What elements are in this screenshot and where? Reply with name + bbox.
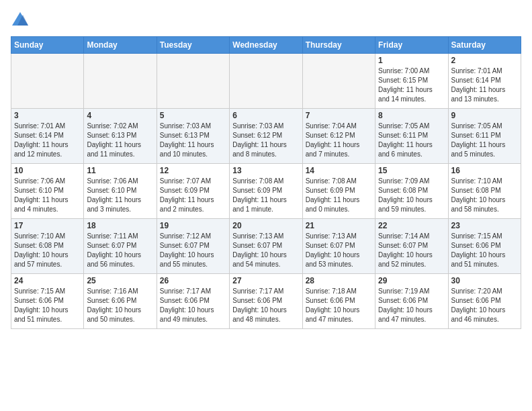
calendar-cell: 4Sunrise: 7:02 AM Sunset: 6:13 PM Daylig… [84,109,157,164]
day-number: 20 [232,221,299,230]
day-number: 17 [14,221,81,230]
day-info: Sunrise: 7:15 AM Sunset: 6:06 PM Dayligh… [451,232,518,269]
day-number: 23 [451,221,518,230]
day-info: Sunrise: 7:14 AM Sunset: 6:07 PM Dayligh… [378,232,445,269]
calendar-week-row: 1Sunrise: 7:00 AM Sunset: 6:15 PM Daylig… [11,54,521,109]
calendar-cell [11,54,84,109]
day-info: Sunrise: 7:17 AM Sunset: 6:06 PM Dayligh… [160,287,226,324]
day-info: Sunrise: 7:17 AM Sunset: 6:06 PM Dayligh… [232,287,299,324]
page: SundayMondayTuesdayWednesdayThursdayFrid… [0,0,532,336]
day-info: Sunrise: 7:04 AM Sunset: 6:12 PM Dayligh… [306,122,372,159]
weekday-header: Monday [84,37,157,54]
day-number: 8 [378,111,445,120]
calendar-cell: 12Sunrise: 7:07 AM Sunset: 6:09 PM Dayli… [157,164,229,219]
calendar-cell: 29Sunrise: 7:19 AM Sunset: 6:06 PM Dayli… [375,274,448,329]
calendar-cell: 21Sunrise: 7:13 AM Sunset: 6:07 PM Dayli… [302,219,375,274]
calendar-cell: 11Sunrise: 7:06 AM Sunset: 6:10 PM Dayli… [84,164,157,219]
day-number: 6 [232,111,299,120]
day-info: Sunrise: 7:00 AM Sunset: 6:15 PM Dayligh… [378,66,445,104]
calendar-cell: 6Sunrise: 7:03 AM Sunset: 6:12 PM Daylig… [230,109,302,164]
day-number: 29 [378,276,445,285]
calendar-cell: 14Sunrise: 7:08 AM Sunset: 6:09 PM Dayli… [302,164,375,219]
weekday-header: Thursday [302,37,375,54]
calendar-cell: 5Sunrise: 7:03 AM Sunset: 6:13 PM Daylig… [157,109,229,164]
calendar-cell: 8Sunrise: 7:05 AM Sunset: 6:11 PM Daylig… [375,109,448,164]
calendar-week-row: 17Sunrise: 7:10 AM Sunset: 6:08 PM Dayli… [11,219,521,274]
day-number: 1 [378,56,445,65]
day-number: 26 [160,276,226,285]
calendar-cell [302,54,375,109]
calendar-cell: 1Sunrise: 7:00 AM Sunset: 6:15 PM Daylig… [375,54,448,109]
calendar-cell [157,54,229,109]
weekday-header: Tuesday [157,37,229,54]
day-info: Sunrise: 7:06 AM Sunset: 6:10 PM Dayligh… [14,177,81,214]
day-info: Sunrise: 7:08 AM Sunset: 6:09 PM Dayligh… [232,177,299,214]
day-number: 14 [306,166,372,175]
calendar-cell: 28Sunrise: 7:18 AM Sunset: 6:06 PM Dayli… [302,274,375,329]
day-info: Sunrise: 7:15 AM Sunset: 6:06 PM Dayligh… [14,287,81,324]
day-info: Sunrise: 7:03 AM Sunset: 6:12 PM Dayligh… [232,122,299,159]
calendar: SundayMondayTuesdayWednesdayThursdayFrid… [11,36,521,329]
weekday-header-row: SundayMondayTuesdayWednesdayThursdayFrid… [11,37,521,54]
day-number: 15 [378,166,445,175]
day-number: 25 [87,276,153,285]
day-info: Sunrise: 7:02 AM Sunset: 6:13 PM Dayligh… [87,122,153,159]
day-number: 21 [306,221,372,230]
day-number: 4 [87,111,153,120]
weekday-header: Friday [375,37,448,54]
calendar-cell: 13Sunrise: 7:08 AM Sunset: 6:09 PM Dayli… [230,164,302,219]
day-info: Sunrise: 7:01 AM Sunset: 6:14 PM Dayligh… [14,122,81,159]
logo-icon [11,11,30,30]
calendar-cell: 17Sunrise: 7:10 AM Sunset: 6:08 PM Dayli… [11,219,84,274]
day-info: Sunrise: 7:03 AM Sunset: 6:13 PM Dayligh… [160,122,226,159]
day-info: Sunrise: 7:13 AM Sunset: 6:07 PM Dayligh… [232,232,299,269]
calendar-cell: 7Sunrise: 7:04 AM Sunset: 6:12 PM Daylig… [302,109,375,164]
day-number: 24 [14,276,81,285]
day-number: 19 [160,221,226,230]
day-info: Sunrise: 7:10 AM Sunset: 6:08 PM Dayligh… [451,177,518,214]
calendar-cell [84,54,157,109]
calendar-cell: 22Sunrise: 7:14 AM Sunset: 6:07 PM Dayli… [375,219,448,274]
day-number: 7 [306,111,372,120]
day-number: 3 [14,111,81,120]
calendar-cell: 20Sunrise: 7:13 AM Sunset: 6:07 PM Dayli… [230,219,302,274]
day-info: Sunrise: 7:07 AM Sunset: 6:09 PM Dayligh… [160,177,226,214]
day-info: Sunrise: 7:20 AM Sunset: 6:06 PM Dayligh… [451,287,518,324]
day-number: 10 [14,166,81,175]
weekday-header: Sunday [11,37,84,54]
day-number: 28 [306,276,372,285]
day-number: 18 [87,221,153,230]
weekday-header: Wednesday [230,37,302,54]
day-number: 30 [451,276,518,285]
calendar-cell: 9Sunrise: 7:05 AM Sunset: 6:11 PM Daylig… [448,109,521,164]
calendar-cell: 2Sunrise: 7:01 AM Sunset: 6:14 PM Daylig… [448,54,521,109]
day-number: 12 [160,166,226,175]
day-info: Sunrise: 7:06 AM Sunset: 6:10 PM Dayligh… [87,177,153,214]
calendar-week-row: 24Sunrise: 7:15 AM Sunset: 6:06 PM Dayli… [11,274,521,329]
calendar-cell: 15Sunrise: 7:09 AM Sunset: 6:08 PM Dayli… [375,164,448,219]
logo [11,11,32,30]
day-info: Sunrise: 7:08 AM Sunset: 6:09 PM Dayligh… [306,177,372,214]
day-number: 27 [232,276,299,285]
day-number: 5 [160,111,226,120]
calendar-cell: 19Sunrise: 7:12 AM Sunset: 6:07 PM Dayli… [157,219,229,274]
day-info: Sunrise: 7:13 AM Sunset: 6:07 PM Dayligh… [306,232,372,269]
calendar-cell: 10Sunrise: 7:06 AM Sunset: 6:10 PM Dayli… [11,164,84,219]
calendar-cell: 18Sunrise: 7:11 AM Sunset: 6:07 PM Dayli… [84,219,157,274]
day-number: 22 [378,221,445,230]
calendar-cell: 25Sunrise: 7:16 AM Sunset: 6:06 PM Dayli… [84,274,157,329]
day-info: Sunrise: 7:11 AM Sunset: 6:07 PM Dayligh… [87,232,153,269]
day-info: Sunrise: 7:05 AM Sunset: 6:11 PM Dayligh… [451,122,518,159]
calendar-cell: 23Sunrise: 7:15 AM Sunset: 6:06 PM Dayli… [448,219,521,274]
day-info: Sunrise: 7:01 AM Sunset: 6:14 PM Dayligh… [451,66,518,104]
day-info: Sunrise: 7:10 AM Sunset: 6:08 PM Dayligh… [14,232,81,269]
day-number: 9 [451,111,518,120]
day-number: 13 [232,166,299,175]
calendar-week-row: 10Sunrise: 7:06 AM Sunset: 6:10 PM Dayli… [11,164,521,219]
day-info: Sunrise: 7:12 AM Sunset: 6:07 PM Dayligh… [160,232,226,269]
calendar-week-row: 3Sunrise: 7:01 AM Sunset: 6:14 PM Daylig… [11,109,521,164]
weekday-header: Saturday [448,37,521,54]
day-info: Sunrise: 7:05 AM Sunset: 6:11 PM Dayligh… [378,122,445,159]
day-info: Sunrise: 7:09 AM Sunset: 6:08 PM Dayligh… [378,177,445,214]
day-info: Sunrise: 7:19 AM Sunset: 6:06 PM Dayligh… [378,287,445,324]
